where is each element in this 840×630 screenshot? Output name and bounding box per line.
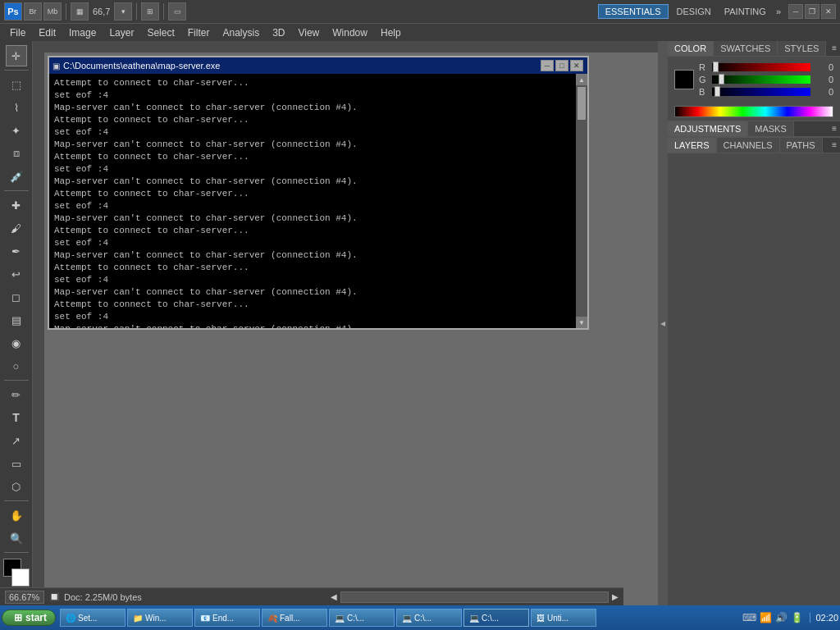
cmd-scroll-thumb[interactable] <box>578 87 586 120</box>
tab-styles[interactable]: STYLES <box>778 41 826 56</box>
taskbar-item-2[interactable]: 📧 End... <box>194 609 260 627</box>
tool-path-select[interactable]: ↗ <box>6 430 27 451</box>
tool-crop[interactable]: ⧈ <box>6 143 27 164</box>
minimize-button[interactable]: ─ <box>788 4 803 19</box>
color-swatch[interactable] <box>674 70 694 89</box>
menu-view[interactable]: View <box>291 25 326 40</box>
right-panel-collapse[interactable]: ◀ <box>658 41 668 605</box>
taskbar-icon-0: 🌐 <box>66 614 75 623</box>
status-info-icon[interactable]: 🔲 <box>49 592 59 601</box>
cmd-content[interactable]: Attempt to connect to char-server...set … <box>49 74 587 328</box>
menu-layer[interactable]: Layer <box>103 25 140 40</box>
tool-eraser[interactable]: ◻ <box>6 286 27 308</box>
menu-edit[interactable]: Edit <box>32 25 62 40</box>
tab-adjustments[interactable]: ADJUSTMENTS <box>668 121 748 136</box>
adjustments-panel: ADJUSTMENTS MASKS ≡ <box>668 121 840 137</box>
tool-lasso[interactable]: ⌇ <box>6 97 27 118</box>
taskbar-item-7[interactable]: 🖼 Unti... <box>531 609 596 627</box>
tab-layers[interactable]: LAYERS <box>668 138 717 153</box>
tool-text[interactable]: T <box>6 407 27 428</box>
slider-r-track[interactable] <box>712 63 810 71</box>
menu-select[interactable]: Select <box>140 25 180 40</box>
scroll-right-btn[interactable]: ▶ <box>612 592 619 601</box>
taskbar-icon-6: 💻 <box>469 614 479 623</box>
cmd-line: Attempt to connect to char-server... <box>54 262 574 274</box>
tool-history-brush[interactable]: ↩ <box>6 263 27 285</box>
cmd-scrollbar[interactable]: ▲ ▼ <box>576 74 587 328</box>
start-label: start <box>25 612 47 623</box>
slider-r-thumb[interactable] <box>713 62 719 72</box>
tool-pen[interactable]: ✏ <box>6 384 27 405</box>
zoom-dropdown-icon[interactable]: ▾ <box>114 2 132 21</box>
cmd-scroll-up[interactable]: ▲ <box>576 74 587 85</box>
tool-hand[interactable]: ✋ <box>6 504 27 526</box>
taskbar-item-3[interactable]: 🍂 Fall... <box>262 609 327 627</box>
color-selector[interactable] <box>2 559 31 588</box>
zoom-input[interactable] <box>5 591 44 604</box>
cmd-close[interactable]: ✕ <box>570 60 583 71</box>
tab-color[interactable]: COLOR <box>668 41 714 56</box>
tab-masks[interactable]: MASKS <box>748 121 794 136</box>
taskbar-icon-2: 📧 <box>200 614 210 623</box>
tool-3d[interactable]: ⬡ <box>6 476 27 497</box>
design-button[interactable]: DESIGN <box>670 5 718 18</box>
restore-button[interactable]: ❐ <box>805 4 819 19</box>
tool-marquee[interactable]: ⬚ <box>6 74 27 95</box>
tab-paths[interactable]: PATHS <box>780 138 823 153</box>
tool-move[interactable]: ✛ <box>6 45 27 66</box>
view-icon[interactable]: ▦ <box>71 2 89 21</box>
tool-eyedropper[interactable]: 💉 <box>6 166 27 187</box>
taskbar-item-1[interactable]: 📁 Win... <box>127 609 193 627</box>
slider-g-track[interactable] <box>712 75 810 84</box>
tool-heal[interactable]: ✚ <box>6 194 27 216</box>
cmd-scroll-down[interactable]: ▼ <box>576 317 587 328</box>
close-button[interactable]: ✕ <box>821 4 836 19</box>
tool-gradient[interactable]: ▤ <box>6 309 27 331</box>
menu-analysis[interactable]: Analysis <box>216 25 266 40</box>
essentials-button[interactable]: ESSENTIALS <box>598 4 669 19</box>
more-button[interactable]: » <box>773 5 784 18</box>
status-scrollbar[interactable] <box>340 591 609 603</box>
menu-filter[interactable]: Filter <box>181 25 217 40</box>
ruler-vertical <box>33 41 44 605</box>
scroll-left-btn[interactable]: ◀ <box>331 592 337 601</box>
menu-file[interactable]: File <box>3 25 32 40</box>
tool-clone[interactable]: ✒ <box>6 240 27 262</box>
cmd-scroll-track[interactable] <box>576 85 587 317</box>
cmd-restore[interactable]: □ <box>555 60 568 71</box>
slider-b-track[interactable] <box>712 88 810 96</box>
screen-icon[interactable]: ▭ <box>168 2 186 21</box>
adj-panel-menu[interactable]: ≡ <box>829 121 840 136</box>
bridge-icon[interactable]: Br <box>24 2 42 21</box>
tool-blur[interactable]: ◉ <box>6 332 27 354</box>
taskbar-time: 02:20 <box>810 613 838 623</box>
menu-image[interactable]: Image <box>62 25 103 40</box>
mini-bridge-icon[interactable]: Mb <box>43 2 62 21</box>
tab-swatches[interactable]: SWATCHES <box>714 41 778 56</box>
color-gradient-bar[interactable] <box>674 106 833 117</box>
start-button[interactable]: ⊞ start <box>2 609 56 626</box>
background-color[interactable] <box>11 568 30 587</box>
layers-panel-menu[interactable]: ≡ <box>829 138 840 153</box>
taskbar-item-0[interactable]: 🌐 Set... <box>60 609 126 627</box>
taskbar-item-5[interactable]: 💻 C:\... <box>396 609 462 627</box>
arrange-icon[interactable]: ⊞ <box>141 2 159 21</box>
painting-button[interactable]: PAINTING <box>718 5 773 18</box>
slider-g-thumb[interactable] <box>719 74 724 84</box>
cmd-minimize[interactable]: ─ <box>541 60 554 71</box>
taskbar-item-4[interactable]: 💻 C:\... <box>329 609 395 627</box>
tool-shape[interactable]: ▭ <box>6 453 27 474</box>
menu-window[interactable]: Window <box>326 25 374 40</box>
slider-b-thumb[interactable] <box>714 86 720 97</box>
color-panel-menu[interactable]: ≡ <box>829 41 840 56</box>
zoom-display[interactable]: 66,7 <box>93 7 110 16</box>
taskbar-label-6: C:\... <box>482 614 499 623</box>
menu-help[interactable]: Help <box>374 25 408 40</box>
tool-dodge[interactable]: ○ <box>6 355 27 377</box>
tool-brush[interactable]: 🖌 <box>6 217 27 239</box>
taskbar-item-6[interactable]: 💻 C:\... <box>463 609 529 627</box>
tab-channels[interactable]: CHANNELS <box>717 138 780 153</box>
tool-zoom[interactable]: 🔍 <box>6 527 27 549</box>
menu-3d[interactable]: 3D <box>266 25 291 40</box>
tool-quick-select[interactable]: ✦ <box>6 120 27 141</box>
